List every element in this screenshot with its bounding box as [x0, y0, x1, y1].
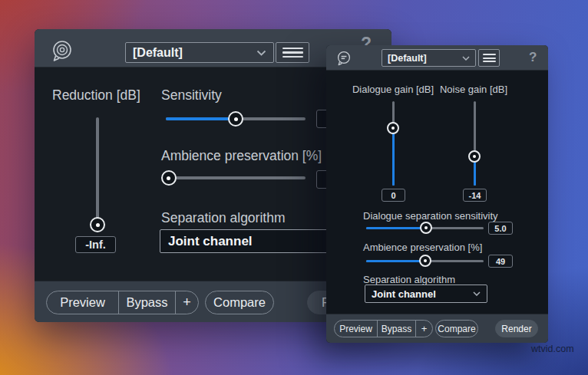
hamburger-icon — [483, 54, 496, 55]
preset-menu-button[interactable] — [478, 49, 500, 67]
ambience-slider[interactable] — [366, 255, 484, 267]
dialogue-isolate-logo-icon — [51, 39, 74, 62]
sensitivity-label: Sensitivity — [161, 87, 222, 104]
algorithm-value: Joint channel — [372, 288, 436, 300]
chevron-down-icon — [256, 50, 266, 56]
dialogue-gain-knob[interactable] — [387, 122, 399, 134]
hamburger-icon — [282, 48, 303, 50]
noise-gain-slider[interactable] — [468, 101, 481, 186]
ambience-knob[interactable] — [419, 255, 431, 267]
reduction-label: Reduction [dB] — [52, 87, 140, 104]
noise-gain-knob[interactable] — [468, 150, 481, 163]
ambience-slider-knob[interactable] — [161, 170, 177, 186]
bypass-button[interactable]: Bypass — [377, 321, 415, 337]
bypass-button[interactable]: Bypass — [118, 291, 175, 314]
preset-value: [Default] — [388, 53, 427, 64]
front-header-bar: [Default] ? — [326, 45, 548, 71]
preset-selector[interactable]: [Default] — [125, 42, 274, 63]
reduction-slider-knob[interactable] — [90, 217, 105, 232]
desktop-background: [Default] ? Reduction [dB] -Inf. Sensiti… — [0, 0, 588, 375]
watermark: wtvid.com — [531, 344, 574, 354]
plugin-window-front: [Default] ? Dialogue gain [dB] Noise gai… — [326, 45, 548, 343]
preset-value: [Default] — [133, 46, 183, 60]
compare-button[interactable]: Compare — [205, 291, 274, 314]
reduction-value[interactable]: -Inf. — [75, 236, 116, 253]
reduction-slider[interactable] — [90, 117, 105, 225]
render-button[interactable]: Render — [495, 320, 538, 337]
sensitivity-label: Dialogue separation sensitivity — [363, 210, 498, 222]
algorithm-dropdown[interactable]: Joint channel — [365, 285, 487, 303]
algorithm-value: Joint channel — [168, 234, 253, 249]
chevron-down-icon — [473, 291, 481, 296]
sensitivity-slider[interactable] — [166, 111, 306, 127]
noise-gain-value[interactable]: -14 — [463, 189, 487, 202]
algorithm-label: Separation algorithm — [161, 210, 285, 226]
transport-button-group: Preview Bypass + — [46, 291, 199, 314]
preset-selector[interactable]: [Default] — [382, 49, 476, 67]
dialogue-gain-value[interactable]: 0 — [382, 189, 405, 202]
compare-button[interactable]: Compare — [435, 320, 478, 337]
sensitivity-knob[interactable] — [420, 222, 432, 234]
sensitivity-slider-knob[interactable] — [228, 111, 243, 127]
ambience-slider[interactable] — [166, 170, 306, 186]
chevron-down-icon — [462, 56, 470, 61]
sensitivity-value[interactable]: 5.0 — [488, 222, 513, 235]
add-button[interactable]: + — [415, 321, 432, 337]
preview-button[interactable]: Preview — [47, 291, 118, 314]
preset-menu-button[interactable] — [276, 42, 309, 63]
dialogue-isolate-logo-icon — [336, 51, 352, 66]
help-button[interactable]: ? — [529, 50, 537, 65]
algorithm-label: Separation algorithm — [363, 274, 455, 285]
sensitivity-slider[interactable] — [366, 222, 484, 234]
preview-button[interactable]: Preview — [335, 321, 377, 337]
transport-button-group: Preview Bypass + — [334, 320, 433, 337]
add-button[interactable]: + — [175, 291, 198, 314]
ambience-label: Ambience preservation [%] — [363, 242, 482, 253]
ambience-value[interactable]: 49 — [488, 255, 513, 268]
noise-gain-label: Noise gain [dB] — [424, 84, 524, 95]
ambience-label: Ambience preservation [%] — [161, 148, 322, 164]
dialogue-gain-slider[interactable] — [387, 101, 399, 186]
front-footer-bar: Preview Bypass + Compare Render — [326, 314, 548, 343]
